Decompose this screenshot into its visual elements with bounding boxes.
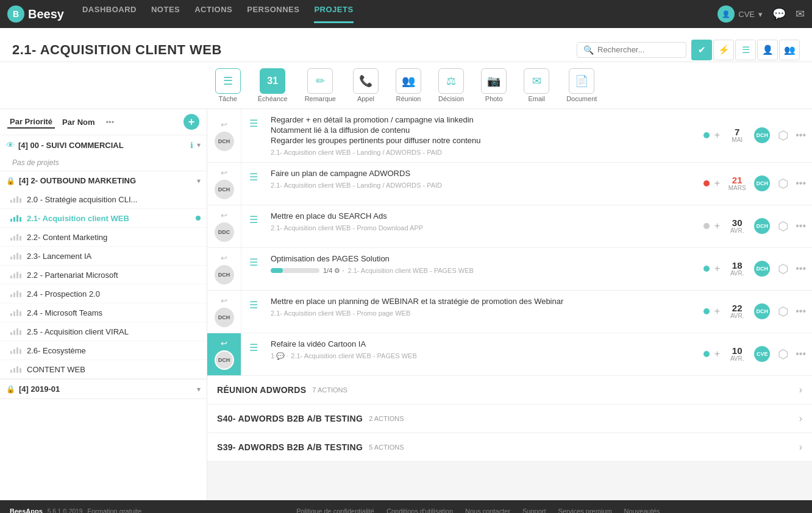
toolbar-check-button[interactable]: ✔ [691, 40, 712, 60]
chevron-down-icon: ▾ [197, 141, 201, 149]
date-badge: 18 AVR. [725, 261, 749, 277]
group-title: RÉUNION ADWORDS [217, 385, 306, 395]
progress-bar-fill [271, 268, 283, 273]
sidebar-section-outbound-header[interactable]: 🔒 [4] 2- OUTBOUND MARKETING ▾ [0, 171, 207, 190]
item-label: 2.2 - Partenariat Microsoft [27, 271, 201, 280]
user-menu[interactable]: 👤 CVE ▾ [718, 5, 763, 23]
group-item-reunion[interactable]: RÉUNION ADWORDS 7 ACTIONS › [207, 376, 812, 405]
plus-icon[interactable]: + [714, 306, 720, 317]
action-type-document[interactable]: 📄 Document [560, 66, 603, 105]
check-icon[interactable]: ☰ [249, 299, 258, 311]
more-dots-button[interactable]: ••• [796, 221, 806, 232]
top-navigation: B Beesy DASHBOARD NOTES ACTIONS PERSONNE… [0, 0, 812, 28]
toolbar-user-button[interactable]: 👤 [757, 40, 778, 60]
assignee-avatar: DCH [754, 127, 770, 143]
assignee-avatar: DCH [754, 175, 770, 191]
check-icon[interactable]: ☰ [249, 256, 258, 268]
reply-icon[interactable]: ↩ [221, 168, 227, 177]
sidebar-section-2019-header[interactable]: 🔒 [4] 2019-01 ▾ [0, 380, 207, 398]
footer-support-link[interactable]: Support [522, 508, 546, 513]
plus-icon[interactable]: + [714, 348, 720, 359]
nav-personnes[interactable]: PERSONNES [247, 5, 299, 23]
reply-icon[interactable]: ↩ [221, 296, 227, 305]
check-icon[interactable]: ☰ [249, 171, 258, 183]
action-type-decision[interactable]: ⚖ Décision [432, 66, 470, 105]
sidebar-item-ecosysteme[interactable]: 2.6- Ecosystème [0, 341, 207, 360]
footer-contact-link[interactable]: Nous contacter [465, 508, 510, 513]
section-info-icon[interactable]: ℹ [190, 141, 193, 150]
footer-terms-link[interactable]: Conditions d'utilisation [386, 508, 453, 513]
nav-actions[interactable]: ACTIONS [194, 5, 232, 23]
action-main: Refaire la vidéo Cartoon IA 1 💬 · 2.1- A… [266, 333, 697, 375]
reply-icon[interactable]: ↩ [221, 211, 227, 220]
footer-training-link[interactable]: Formation gratuite [87, 508, 141, 513]
search-box[interactable]: 🔍 [577, 42, 686, 58]
group-count: 5 ACTIONS [369, 444, 404, 451]
sidebar-item-partenariat[interactable]: 2.2 - Partenariat Microsoft [0, 266, 207, 285]
group-item-s40[interactable]: S40- ADWORDS B2B A/B TESTING 2 ACTIONS › [207, 405, 812, 433]
footer-news-link[interactable]: Nouveautés [624, 508, 660, 513]
user-name: CVE [738, 10, 755, 19]
chat-icon[interactable]: 💬 [772, 7, 786, 21]
action-type-photo[interactable]: 📷 Photo [475, 66, 513, 105]
check-icon[interactable]: ☰ [249, 118, 258, 129]
sidebar-item-prospection[interactable]: 2.4 - Prospection 2.0 [0, 285, 207, 303]
footer-premium-link[interactable]: Services premium [558, 508, 612, 513]
action-main: Faire un plan de campagne ADWORDS 2.1- A… [266, 163, 697, 205]
reply-icon[interactable]: ↩ [221, 253, 227, 263]
more-dots-button[interactable]: ••• [796, 130, 806, 141]
logo[interactable]: B Beesy [7, 5, 64, 23]
filter-priority-button[interactable]: Par Priorité [7, 116, 55, 129]
reply-icon[interactable]: ↩ [221, 339, 227, 348]
action-item-left: ↩ DCH [207, 291, 241, 333]
person-avatar: DDC [215, 222, 234, 242]
search-input[interactable] [597, 45, 683, 54]
action-type-reunion[interactable]: 👥 Réunion [390, 66, 427, 105]
echeance-icon: 31 [260, 68, 285, 94]
action-type-appel[interactable]: 📞 Appel [347, 66, 385, 105]
chevron-down-icon: ▾ [758, 10, 763, 19]
nav-projets[interactable]: PROJETS [314, 5, 353, 23]
sidebar-item-acquisition[interactable]: 2.1- Acquisition client WEB [0, 209, 207, 228]
group-title: S39- ADWORDS B2B A/B TESTING [217, 442, 363, 452]
sidebar-item-content-web[interactable]: CONTENT WEB [0, 360, 207, 379]
no-projects-label: Pas de projets [0, 155, 207, 171]
toolbar-filter-button[interactable]: ☰ [735, 40, 756, 60]
plus-icon[interactable]: + [714, 263, 720, 274]
plus-icon[interactable]: + [714, 178, 720, 189]
action-type-tache[interactable]: ☰ Tâche [209, 66, 247, 105]
action-type-remarque[interactable]: ✏ Remarque [299, 66, 342, 105]
sidebar-section-commercial-header[interactable]: 👁 [4] 00 - SUIVI COMMERCIAL ℹ ▾ [0, 135, 207, 155]
toolbar-group-button[interactable]: 👥 [779, 40, 800, 60]
footer-privacy-link[interactable]: Politique de confidentialité [296, 508, 374, 513]
action-type-email[interactable]: ✉ Email [518, 66, 555, 105]
filter-name-button[interactable]: Par Nom [60, 116, 97, 128]
more-dots-button[interactable]: ••• [796, 348, 806, 359]
check-icon[interactable]: ☰ [249, 214, 258, 225]
sidebar-item-microsoft-teams[interactable]: 2.4 - Microsoft Teams [0, 303, 207, 322]
sidebar-item-viral[interactable]: 2.5 - Acquisition client VIRAL [0, 322, 207, 341]
more-dots-button[interactable]: ••• [796, 178, 806, 189]
group-item-s39[interactable]: S39- ADWORDS B2B A/B TESTING 5 ACTIONS › [207, 433, 812, 462]
toolbar-network-button[interactable]: ⚡ [713, 40, 734, 60]
sidebar-item-lancement[interactable]: 2.3- Lancement IA [0, 247, 207, 266]
plus-icon[interactable]: + [714, 221, 720, 232]
check-icon[interactable]: ☰ [249, 342, 258, 353]
bars-icon [10, 289, 22, 299]
action-type-echeance[interactable]: 31 Échéance [252, 66, 294, 105]
sidebar-filter-row: Par Priorité Par Nom ••• + [0, 109, 207, 135]
action-title: Optimisation des PAGES Solution [271, 254, 693, 264]
add-project-button[interactable]: + [183, 114, 199, 130]
more-dots-button[interactable]: ••• [796, 306, 806, 317]
reply-icon[interactable]: ↩ [221, 120, 227, 129]
mail-icon[interactable]: ✉ [796, 7, 805, 21]
filter-more-button[interactable]: ••• [106, 118, 115, 127]
sidebar-item-strategie[interactable]: 2.0 - Stratégie acquisition CLI... [0, 190, 207, 209]
nav-notes[interactable]: NOTES [151, 5, 180, 23]
nav-dashboard[interactable]: DASHBOARD [82, 5, 137, 23]
bars-icon [10, 308, 22, 317]
plus-icon[interactable]: + [714, 130, 720, 141]
sidebar-item-content-marketing[interactable]: 2.2- Content Marketing [0, 228, 207, 247]
action-main: Regarder + en détail la promotion / camp… [266, 109, 697, 162]
more-dots-button[interactable]: ••• [796, 263, 806, 274]
